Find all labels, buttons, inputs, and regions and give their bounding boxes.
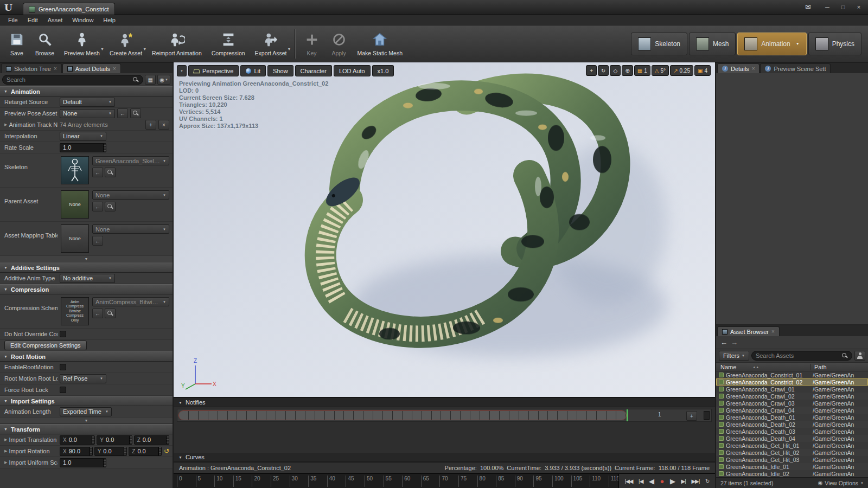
notify-segment[interactable] [325, 411, 335, 420]
asset-row[interactable]: GreenAnaconda_Constrict_01/Game/GreenAn [716, 371, 868, 378]
make-static-mesh-button[interactable]: Make Static Mesh [353, 29, 407, 59]
browse-to-asset-button[interactable] [105, 168, 116, 177]
mode-animation-button[interactable]: Animation ▼ [737, 33, 806, 55]
browse-to-asset-button[interactable] [130, 108, 141, 118]
notify-segment[interactable] [480, 411, 490, 420]
notify-segment[interactable] [228, 411, 238, 420]
expand-icon[interactable]: ▶ [4, 449, 7, 453]
asset-row[interactable]: GreenAnaconda_Idle_02/Game/GreenAn [716, 470, 868, 477]
send-feedback-icon[interactable]: ✉ [805, 3, 811, 11]
use-selected-asset-button[interactable]: ← [92, 168, 103, 177]
perspective-button[interactable]: Perspective [188, 65, 239, 76]
notify-track[interactable]: 1 + [177, 409, 712, 422]
show-button[interactable]: Show [267, 65, 293, 76]
expand-icon[interactable]: ▶ [4, 123, 7, 127]
asset-row[interactable]: GreenAnaconda_Death_02/Game/GreenAn [716, 421, 868, 428]
compression-button[interactable]: Compression [207, 29, 250, 59]
notify-segment[interactable] [305, 411, 315, 420]
tab-asset-browser[interactable]: Asset Browser × [717, 326, 780, 336]
add-notify-track-button[interactable]: + [686, 411, 697, 421]
reimport-animation-button[interactable]: Reimport Animation [147, 29, 207, 59]
reset-to-default-icon[interactable]: ↺ [164, 447, 169, 455]
notify-segment[interactable] [199, 411, 208, 420]
clear-array-button[interactable]: × [158, 120, 169, 130]
compression-scheme-dropdown[interactable]: AnimCompress_BitwiseCo ▼ [92, 297, 169, 306]
browse-to-asset-button[interactable] [105, 202, 116, 211]
drag-spinner-icon[interactable] [92, 436, 94, 444]
notify-segment[interactable] [567, 411, 577, 420]
asset-row[interactable]: GreenAnaconda_Idle_01/Game/GreenAn [716, 463, 868, 470]
drag-spinner-icon[interactable] [166, 436, 169, 444]
key-button[interactable]: Key [298, 29, 326, 59]
3d-viewport[interactable]: ▼ Perspective Lit Show Character LOD Aut… [174, 62, 715, 397]
rotation-y-input[interactable]: Y0.0 [94, 447, 127, 456]
track-playhead[interactable] [627, 409, 628, 421]
rotation-x-input[interactable]: X90.0 [60, 447, 93, 456]
to-end-button[interactable]: ▶▶| [691, 478, 699, 484]
drag-spinner-icon[interactable] [90, 447, 92, 455]
view-options-button[interactable]: ◉ View Options ▼ [818, 480, 864, 486]
section-transform[interactable]: ▼ Transform [0, 424, 173, 434]
notify-segment[interactable] [607, 411, 616, 420]
use-selected-asset-button[interactable]: ← [92, 236, 103, 246]
playback-speed-button[interactable]: x1.0 [372, 65, 394, 76]
drag-spinner-icon[interactable] [103, 459, 106, 467]
menu-asset[interactable]: Asset [43, 16, 68, 24]
character-button[interactable]: Character [295, 65, 332, 76]
notify-segment[interactable] [373, 411, 383, 420]
rotation-z-input[interactable]: Z0.0 [129, 447, 162, 456]
section-expander[interactable]: ▼ [0, 256, 173, 262]
play-button[interactable]: ▶ [670, 477, 675, 485]
notify-segment[interactable] [363, 411, 373, 420]
skeleton-thumbnail[interactable] [61, 156, 89, 184]
menu-edit[interactable]: Edit [23, 16, 43, 24]
rotate-tool-button[interactable]: ↻ [598, 65, 609, 76]
apply-button[interactable]: Apply [326, 29, 353, 59]
forward-button[interactable]: → [731, 338, 738, 346]
loop-button[interactable]: ↻ [705, 478, 709, 484]
notify-segment[interactable] [587, 411, 597, 420]
record-button[interactable]: ● [660, 477, 665, 485]
scale-tool-button[interactable]: ◇ [610, 65, 621, 76]
notify-segment[interactable] [509, 411, 519, 420]
filters-button[interactable]: Filters ▼ [719, 351, 749, 361]
edit-compression-settings-button[interactable]: Edit Compression Settings [4, 341, 87, 350]
notify-segment[interactable] [383, 411, 393, 420]
tab-details[interactable]: i Details × [717, 63, 760, 73]
world-space-button[interactable]: ⊕ [622, 65, 633, 76]
asset-row[interactable]: GreenAnaconda_Constrict_02/Game/GreenAn [716, 378, 868, 386]
skeleton-asset-dropdown[interactable]: GreenAnaconda_Skeleton ▼ [92, 156, 169, 165]
asset-row[interactable]: GreenAnaconda_Crawl_02/Game/GreenAn [716, 393, 868, 400]
notify-segment[interactable] [548, 411, 558, 420]
expand-icon[interactable]: ▶ [4, 460, 7, 465]
tab-skeleton-tree[interactable]: Skeleton Tree × [1, 63, 62, 73]
notify-segment[interactable] [529, 411, 539, 420]
restore-button[interactable]: □ [836, 2, 850, 12]
asset-row[interactable]: GreenAnaconda_Crawl_03/Game/GreenAn [716, 400, 868, 407]
root-motion-root-loc-dropdown[interactable]: Ref Pose ▼ [60, 374, 106, 383]
close-tab-icon[interactable]: × [113, 66, 116, 72]
notify-segment[interactable] [403, 411, 412, 420]
export-asset-button[interactable]: ▼ Export Asset [250, 29, 292, 59]
add-element-button[interactable]: + [145, 120, 156, 130]
translation-z-input[interactable]: Z0.0 [134, 435, 169, 445]
notify-segment[interactable] [237, 411, 247, 420]
close-tab-icon[interactable]: × [771, 329, 775, 335]
mode-skeleton-button[interactable]: Skeleton [631, 33, 687, 55]
asset-row[interactable]: GreenAnaconda_Death_01/Game/GreenAn [716, 414, 868, 421]
asset-search-input[interactable] [756, 352, 842, 359]
asset-row[interactable]: GreenAnaconda_Get_Hit_03/Game/GreenAn [716, 456, 868, 463]
lit-button[interactable]: Lit [240, 65, 266, 76]
notify-segment[interactable] [266, 411, 276, 420]
section-root-motion[interactable]: ▼ Root Motion [0, 351, 173, 362]
section-expander[interactable]: ▼ [0, 418, 173, 424]
compression-scheme-thumbnail[interactable]: Anim Compress Bitwise Compress Only [61, 297, 89, 325]
asset-row[interactable]: GreenAnaconda_Crawl_04/Game/GreenAn [716, 407, 868, 414]
force-root-lock-checkbox[interactable] [60, 387, 66, 393]
asset-search-box[interactable] [751, 351, 852, 361]
animation-length-dropdown[interactable]: Exported Time ▼ [60, 407, 112, 416]
tab-asset-details[interactable]: Asset Details × [62, 63, 121, 73]
notify-segment[interactable] [354, 411, 363, 420]
preview-mesh-button[interactable]: ▼ Preview Mesh [59, 29, 105, 59]
preview-pose-asset-dropdown[interactable]: None ▼ [60, 109, 115, 118]
